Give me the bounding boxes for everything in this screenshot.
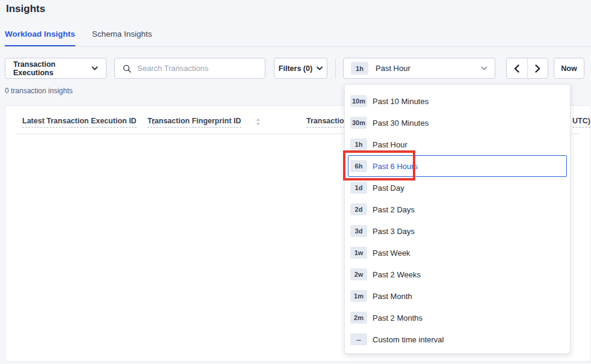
- time-option-badge: 1h: [350, 138, 367, 150]
- time-option-past-week[interactable]: 1wPast Week: [345, 242, 570, 264]
- sort-icon[interactable]: [256, 118, 261, 126]
- time-option-label: Past 10 Minutes: [373, 97, 429, 106]
- time-option-badge: 3d: [350, 225, 367, 237]
- column-header[interactable]: Latest Transaction Execution ID: [22, 117, 156, 128]
- column-header[interactable]: UTC): [572, 117, 590, 128]
- time-option-past-day[interactable]: 1dPast Day: [345, 177, 570, 199]
- time-option-badge: 2m: [350, 312, 367, 324]
- time-option-past-10-minutes[interactable]: 10mPast 10 Minutes: [345, 90, 570, 112]
- chevron-down-icon: [91, 66, 98, 70]
- tab-bar: Workload Insights Schema Insights: [5, 28, 152, 46]
- time-option-past-hour[interactable]: 1hPast Hour: [345, 134, 570, 155]
- chevron-right-icon: [535, 64, 540, 73]
- column-header-label[interactable]: Transaction Fingerprint ID: [147, 117, 241, 128]
- time-option-past-2-weeks[interactable]: 2wPast 2 Weeks: [345, 264, 570, 285]
- chevron-down-icon: [481, 66, 487, 70]
- time-option-label: Past Day: [373, 184, 404, 193]
- insight-type-dropdown[interactable]: Transaction Executions: [5, 58, 107, 79]
- page-title: Insights: [6, 3, 45, 15]
- time-option-label: Past Hour: [373, 140, 407, 149]
- now-button[interactable]: Now: [554, 58, 584, 79]
- column-header-label[interactable]: Latest Transaction Execution ID: [22, 117, 137, 128]
- time-option-badge: 1m: [350, 290, 367, 302]
- time-option-label: Past 2 Days: [373, 205, 415, 214]
- column-header[interactable]: Transaction Fingerprint ID: [147, 117, 261, 128]
- insight-type-label: Transaction Executions: [13, 60, 91, 77]
- chevron-down-icon: [317, 66, 323, 70]
- time-option-badge: 1w: [350, 247, 367, 259]
- tab-bar-divider: [0, 46, 591, 47]
- time-option-label: Past 30 Minutes: [373, 119, 429, 128]
- time-option-badge: 10m: [350, 95, 367, 107]
- time-interval-label: Past Hour: [376, 64, 481, 73]
- time-option-badge: 1d: [350, 182, 367, 194]
- search-input[interactable]: [137, 64, 259, 73]
- time-option-badge: 2w: [350, 268, 367, 280]
- time-option-label: Past 2 Weeks: [373, 270, 421, 279]
- insights-page: Insights Workload Insights Schema Insigh…: [0, 0, 591, 364]
- time-option-label: Past Week: [373, 248, 410, 258]
- filters-label: Filters (0): [279, 64, 312, 73]
- filters-dropdown[interactable]: Filters (0): [274, 58, 327, 79]
- time-step-controls: [506, 58, 548, 79]
- time-option-past-30-minutes[interactable]: 30mPast 30 Minutes: [345, 112, 570, 134]
- column-header-label[interactable]: UTC): [572, 117, 590, 128]
- tab-schema-insights[interactable]: Schema Insights: [92, 28, 152, 46]
- time-option-badge: --: [350, 333, 367, 345]
- time-interval-badge: 1h: [351, 62, 368, 75]
- time-option-past-2-days[interactable]: 2dPast 2 Days: [345, 199, 570, 220]
- time-option-badge: 2d: [350, 203, 367, 215]
- time-option-label: Custom time interval: [373, 335, 444, 344]
- toolbar-divider: [335, 58, 336, 78]
- time-option-past-6-hours[interactable]: 6hPast 6 Hours: [348, 155, 567, 177]
- tab-workload-insights[interactable]: Workload Insights: [5, 28, 75, 46]
- time-option-label: Past 3 Days: [373, 227, 415, 236]
- chevron-left-icon: [514, 64, 519, 73]
- next-interval-button[interactable]: [528, 58, 548, 78]
- time-option-custom-time-interval[interactable]: --Custom time interval: [345, 329, 570, 350]
- results-count: 0 transaction insights: [5, 87, 73, 95]
- time-option-label: Past 2 Months: [373, 313, 422, 322]
- search-box: [114, 58, 265, 79]
- time-option-badge: 30m: [350, 117, 367, 129]
- time-option-past-3-days[interactable]: 3dPast 3 Days: [345, 220, 570, 242]
- time-option-past-2-months[interactable]: 2mPast 2 Months: [345, 307, 570, 329]
- time-option-label: Past 6 Hours: [373, 162, 418, 171]
- search-icon: [123, 64, 131, 73]
- time-interval-menu: 10mPast 10 Minutes30mPast 30 Minutes1hPa…: [344, 84, 571, 354]
- time-interval-dropdown[interactable]: 1h Past Hour: [343, 58, 495, 79]
- prev-interval-button[interactable]: [507, 58, 528, 78]
- time-option-past-month[interactable]: 1mPast Month: [345, 285, 570, 307]
- time-option-badge: 6h: [350, 160, 367, 172]
- time-option-label: Past Month: [373, 292, 412, 301]
